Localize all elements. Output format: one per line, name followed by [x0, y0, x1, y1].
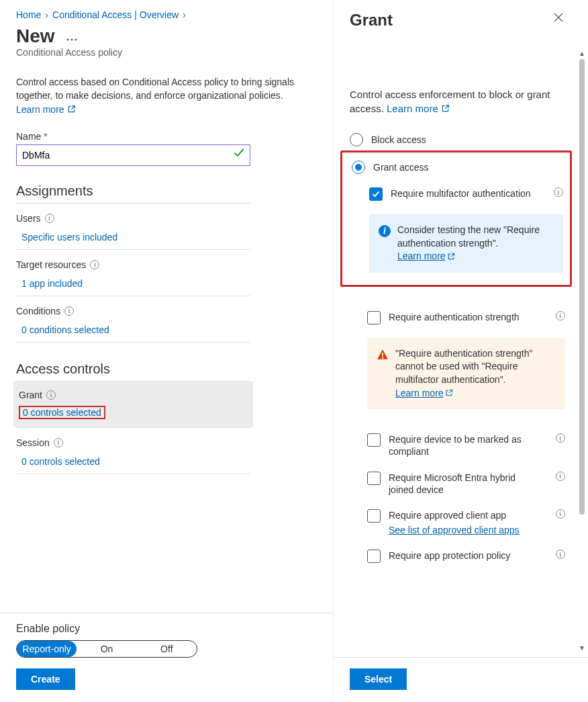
breadcrumb-home[interactable]: Home — [16, 9, 41, 20]
more-menu-icon[interactable]: ⋯ — [66, 33, 79, 45]
external-link-icon — [445, 389, 453, 397]
scroll-up-icon[interactable]: ▲ — [577, 50, 587, 58]
grant-section[interactable]: Grant i 0 controls selected — [13, 382, 253, 427]
info-icon[interactable]: i — [554, 187, 563, 197]
scroll-thumb[interactable] — [579, 59, 585, 515]
checkbox-icon — [369, 187, 383, 201]
panel-footer: Select — [334, 657, 588, 702]
panel-body: Control access enforcement to block or g… — [334, 51, 588, 652]
grant-panel: Grant Control access enforcement to bloc… — [334, 0, 588, 702]
grant-access-label: Grant access — [373, 162, 428, 173]
checkbox-icon — [367, 550, 381, 563]
external-link-icon — [67, 105, 76, 114]
info-note-text: Consider testing the new "Require authen… — [397, 224, 540, 249]
require-compliant-label: Require device to be marked as compliant — [389, 433, 548, 457]
require-authstrength-label: Require authentication strength — [389, 311, 548, 323]
info-icon[interactable]: i — [556, 472, 565, 481]
panel-learn-more[interactable]: Learn more — [387, 101, 450, 116]
checkbox-icon — [367, 311, 381, 324]
info-note-icon: i — [379, 225, 391, 237]
users-label: Users — [16, 213, 41, 224]
warning-note: "Require authentication strength" cannot… — [367, 338, 565, 409]
main-column: Home › Conditional Access | Overview › N… — [0, 0, 334, 702]
grant-highlight-group: Grant access Require multifactor authent… — [340, 150, 572, 287]
require-compliant-checkbox[interactable]: Require device to be marked as compliant… — [367, 433, 565, 457]
warning-icon — [377, 349, 389, 361]
grant-value[interactable]: 0 controls selected — [23, 407, 101, 418]
close-icon[interactable] — [552, 11, 565, 24]
session-label: Session — [16, 437, 50, 448]
info-icon[interactable]: i — [556, 550, 565, 559]
page-intro: Control access based on Conditional Acce… — [16, 75, 317, 116]
breadcrumb: Home › Conditional Access | Overview › — [16, 9, 317, 20]
info-icon[interactable]: i — [64, 306, 74, 316]
breadcrumb-conditional-access[interactable]: Conditional Access | Overview — [52, 9, 179, 20]
target-label: Target resources — [16, 259, 86, 270]
require-approved-client-label: Require approved client app See list of … — [389, 509, 548, 536]
info-icon[interactable]: i — [46, 390, 56, 400]
info-icon[interactable]: i — [54, 438, 63, 447]
intro-text: Control access based on Conditional Acce… — [16, 77, 294, 101]
valid-checkmark-icon — [233, 146, 245, 161]
name-label: Name — [16, 131, 41, 142]
enable-policy-toggle[interactable]: Report-only On Off — [16, 640, 197, 658]
toggle-report-only[interactable]: Report-only — [17, 641, 77, 657]
users-value[interactable]: Specific users included — [16, 232, 117, 243]
scrollbar[interactable]: ▲ ▼ — [577, 50, 587, 652]
panel-intro-text: Control access enforcement to block or g… — [350, 89, 550, 114]
external-link-icon — [447, 253, 455, 261]
require-authstrength-checkbox[interactable]: Require authentication strength i — [367, 311, 565, 324]
radio-icon — [350, 133, 363, 146]
info-icon[interactable]: i — [556, 509, 565, 519]
create-button[interactable]: Create — [16, 668, 75, 690]
warn-note-learn-more[interactable]: Learn more — [395, 387, 453, 400]
warning-note-text: "Require authentication strength" cannot… — [395, 348, 533, 385]
block-access-radio[interactable]: Block access — [350, 133, 565, 146]
page-title-text: New — [16, 26, 55, 47]
conditions-value[interactable]: 0 conditions selected — [16, 324, 109, 335]
left-footer: Enable policy Report-only On Off Create — [0, 613, 333, 702]
panel-learn-more-text: Learn more — [387, 101, 438, 116]
info-icon[interactable]: i — [556, 311, 565, 320]
approved-list-link[interactable]: See list of approved client apps — [389, 524, 541, 536]
require-mfa-checkbox[interactable]: Require multifactor authentication i — [369, 187, 563, 201]
require-approved-client-checkbox[interactable]: Require approved client app See list of … — [367, 509, 565, 536]
conditions-label: Conditions — [16, 306, 60, 316]
grant-highlight: 0 controls selected — [19, 406, 105, 419]
require-hybrid-checkbox[interactable]: Require Microsoft Entra hybrid joined de… — [367, 472, 565, 496]
grant-access-radio[interactable]: Grant access — [352, 161, 563, 174]
learn-more-link[interactable]: Learn more — [16, 103, 76, 116]
page-subtitle: Conditional Access policy — [16, 47, 317, 58]
checkbox-icon — [367, 433, 381, 447]
enable-policy-label: Enable policy — [16, 623, 317, 635]
info-note-learn-more[interactable]: Learn more — [397, 250, 455, 263]
access-controls-heading: Access controls — [16, 361, 250, 382]
warn-learn-text: Learn more — [395, 387, 444, 400]
target-value[interactable]: 1 app included — [16, 278, 83, 289]
conditions-section[interactable]: Conditions i 0 conditions selected — [16, 296, 250, 343]
info-note: i Consider testing the new "Require auth… — [369, 214, 563, 273]
users-section[interactable]: Users i Specific users included — [16, 204, 250, 250]
learn-more-text: Learn more — [16, 103, 64, 116]
toggle-off[interactable]: Off — [137, 641, 197, 657]
block-access-label: Block access — [371, 134, 426, 145]
checkbox-icon — [367, 509, 381, 523]
info-icon[interactable]: i — [556, 433, 565, 443]
toggle-on[interactable]: On — [77, 641, 136, 657]
checkbox-icon — [367, 472, 381, 485]
require-app-protection-label: Require app protection policy — [389, 550, 548, 562]
session-section[interactable]: Session i 0 controls selected — [16, 428, 250, 474]
target-resources-section[interactable]: Target resources i 1 app included — [16, 250, 250, 296]
info-icon[interactable]: i — [45, 214, 54, 223]
select-button[interactable]: Select — [350, 668, 407, 690]
require-hybrid-label: Require Microsoft Entra hybrid joined de… — [389, 472, 548, 496]
required-indicator: * — [44, 131, 47, 142]
name-input[interactable] — [16, 144, 250, 166]
require-mfa-label: Require multifactor authentication — [391, 187, 546, 200]
require-app-protection-checkbox[interactable]: Require app protection policy i — [367, 550, 565, 563]
breadcrumb-sep: › — [45, 9, 48, 20]
session-value[interactable]: 0 controls selected — [16, 456, 100, 467]
panel-title: Grant — [350, 11, 393, 30]
info-icon[interactable]: i — [90, 260, 99, 269]
scroll-down-icon[interactable]: ▼ — [577, 644, 587, 652]
